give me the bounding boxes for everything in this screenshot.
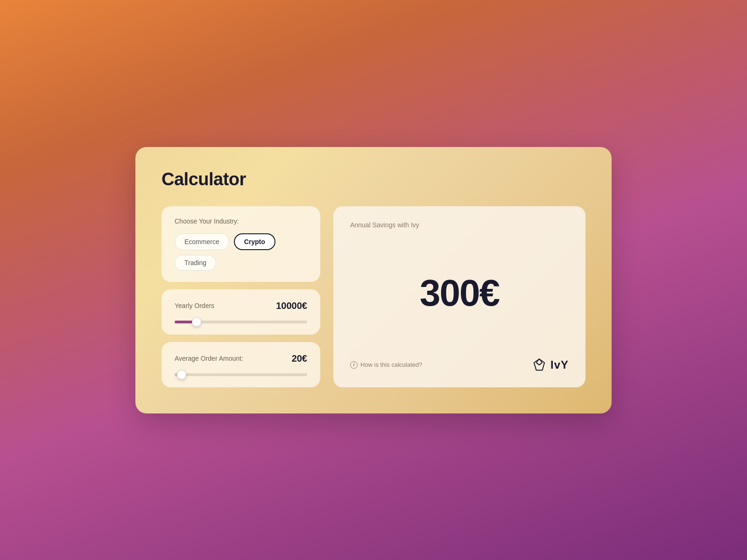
calculator-card: Calculator Choose Your Industry: Ecommer… (135, 147, 612, 413)
ivy-logo-text: IvY (550, 358, 569, 371)
info-icon: i (350, 361, 358, 369)
industry-btn-ecommerce[interactable]: Ecommerce (175, 233, 229, 250)
savings-label: Annual Savings with Ivy (350, 221, 569, 229)
industry-label: Choose Your Industry: (175, 217, 307, 225)
yearly-orders-header: Yearly Orders 10000€ (175, 301, 307, 311)
how-calculated-text: How is this calculated? (360, 361, 422, 368)
average-order-slider[interactable] (175, 373, 307, 376)
savings-panel: Annual Savings with Ivy 300€ i How is th… (333, 206, 585, 387)
average-order-header: Average Order Amount: 20€ (175, 353, 307, 364)
left-panel: Choose Your Industry: Ecommerce Crypto T… (162, 206, 320, 387)
industry-buttons: Ecommerce Crypto Trading (175, 233, 307, 271)
page-title: Calculator (162, 169, 585, 189)
average-order-value: 20€ (292, 353, 307, 364)
main-content: Choose Your Industry: Ecommerce Crypto T… (162, 206, 585, 387)
yearly-orders-value: 10000€ (276, 301, 307, 311)
industry-btn-trading[interactable]: Trading (175, 255, 216, 271)
yearly-orders-card: Yearly Orders 10000€ (162, 289, 320, 335)
industry-btn-crypto[interactable]: Crypto (234, 233, 275, 250)
average-order-label: Average Order Amount: (175, 355, 243, 362)
ivy-logo: IvY (532, 357, 569, 372)
industry-card: Choose Your Industry: Ecommerce Crypto T… (162, 206, 320, 282)
yearly-orders-label: Yearly Orders (175, 302, 214, 309)
savings-amount: 300€ (350, 229, 569, 357)
average-order-section: Average Order Amount: 20€ (175, 353, 307, 376)
average-order-card: Average Order Amount: 20€ (162, 342, 320, 387)
how-calculated-link[interactable]: i How is this calculated? (350, 361, 422, 369)
ivy-diamond-icon (532, 357, 547, 372)
yearly-orders-section: Yearly Orders 10000€ (175, 301, 307, 323)
savings-footer: i How is this calculated? IvY (350, 357, 569, 372)
yearly-orders-slider[interactable] (175, 321, 307, 323)
